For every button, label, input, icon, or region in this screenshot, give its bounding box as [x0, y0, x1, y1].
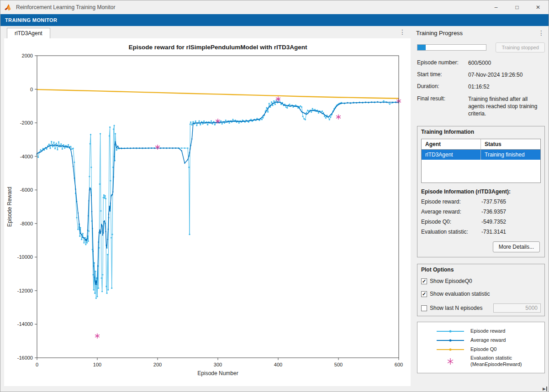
svg-text:400: 400	[274, 362, 282, 367]
episode-information-title: Episode Information (rlTD3Agent):	[417, 183, 544, 197]
y-axis-label: Episode Reward	[6, 187, 13, 227]
progress-fields: Episode number: 600/5000 Start time: 07-…	[414, 57, 548, 120]
stat-value: -736.9357	[481, 209, 506, 215]
episode-reward-line-swatch	[437, 331, 464, 332]
cell-status: Training finished	[481, 150, 540, 160]
svg-text:-4000: -4000	[20, 154, 33, 159]
stat-average-reward: Average reward: -736.9357	[417, 207, 544, 217]
stat-label: Episode Q0:	[421, 219, 481, 225]
svg-text:200: 200	[153, 362, 162, 367]
svg-text:100: 100	[93, 362, 101, 367]
field-value: 01:16:52	[468, 83, 545, 90]
plot-options-title: Plot Options	[417, 264, 544, 275]
stat-episode-reward: Episode reward: -737.5765	[417, 197, 544, 207]
svg-text:-10000: -10000	[17, 254, 33, 260]
field-episode-number: Episode number: 600/5000	[414, 57, 548, 69]
minimize-button[interactable]: –	[486, 0, 507, 14]
field-value: 07-Nov-2024 19:26:50	[468, 71, 545, 78]
window-title: Reinforcement Learning Training Monitor	[16, 4, 486, 10]
legend-episode-reward: Episode reward	[417, 327, 544, 336]
maximize-button[interactable]: □	[507, 0, 528, 14]
training-information-title: Training Information	[417, 126, 544, 137]
show-last-n-episodes-checkbox[interactable]	[421, 305, 427, 311]
svg-text:-2000: -2000	[20, 120, 33, 125]
field-label: Duration:	[417, 83, 468, 90]
field-label: Final result:	[417, 95, 468, 118]
svg-text:-6000: -6000	[20, 187, 33, 193]
toolstrip: TRAINING MONITOR	[0, 14, 549, 26]
training-progress-bar	[417, 44, 486, 51]
matlab-logo-icon	[4, 4, 12, 11]
field-final-result: Final result: Training finished after al…	[414, 93, 548, 120]
table-row-rltd3agent[interactable]: rlTD3Agent Training finished	[422, 150, 540, 160]
dock-arrow-icon[interactable]: ▶	[543, 387, 547, 391]
field-value: Training finished after all agents reach…	[468, 95, 545, 118]
option-show-evaluation-statistic[interactable]: ✓ Show evaluation statistic	[417, 287, 544, 300]
stat-label: Evaluation statistic:	[421, 229, 481, 235]
legend-label: Evaluation statistic (MeanEpisodeReward)	[470, 355, 522, 368]
stat-value: -737.5765	[481, 199, 506, 205]
option-show-episodeq0[interactable]: ✓ Show EpisodeQ0	[417, 275, 544, 287]
show-episodeq0-checkbox[interactable]: ✓	[421, 278, 427, 284]
last-n-episodes-input[interactable]	[493, 303, 541, 313]
field-start-time: Start time: 07-Nov-2024 19:26:50	[414, 69, 548, 81]
stat-evaluation-statistic: Evaluation statistic: -731.3141	[417, 227, 544, 237]
progress-row: Training stopped	[417, 42, 545, 52]
x-axis-label: Episode Number	[197, 370, 238, 376]
tab-actions-menu-icon[interactable]: ⋮	[399, 28, 406, 36]
training-information-panel: Training Information Agent Status rlTD3A…	[417, 126, 545, 257]
training-progress-title: Training Progress	[416, 30, 463, 37]
training-progress-header: Training Progress ⋮	[414, 27, 548, 39]
legend-label: Episode Q0	[470, 346, 496, 353]
legend-evaluation-statistic: Evaluation statistic (MeanEpisodeReward)	[417, 354, 544, 369]
stat-episode-q0: Episode Q0: -549.7352	[417, 217, 544, 227]
field-label: Start time:	[417, 71, 468, 78]
option-label: Show evaluation statistic	[430, 291, 490, 297]
panel-actions-menu-icon[interactable]: ⋮	[538, 29, 545, 37]
legend-episode-q0: Episode Q0	[417, 345, 544, 354]
close-button[interactable]: ✕	[528, 0, 549, 14]
svg-text:500: 500	[334, 362, 343, 367]
evaluation-asterisk-swatch	[447, 358, 454, 365]
svg-text:-12000: -12000	[17, 288, 33, 293]
table-header-row: Agent Status	[422, 139, 540, 150]
agent-status-table: Agent Status rlTD3Agent Training finishe…	[421, 139, 541, 183]
option-label: Show last N episodes	[430, 305, 482, 311]
training-stopped-button[interactable]: Training stopped	[496, 42, 545, 52]
chart-title: Episode reward for rlSimplePendulumModel…	[129, 44, 307, 51]
title-bar: Reinforcement Learning Training Monitor …	[0, 0, 549, 14]
svg-text:0: 0	[36, 362, 38, 367]
field-duration: Duration: 01:16:52	[414, 81, 548, 93]
plot-options-panel: Plot Options ✓ Show EpisodeQ0 ✓ Show eva…	[417, 264, 545, 316]
chart-panel: rlTD3Agent ⋮ 010020030040050060020000-20…	[4, 27, 411, 386]
episode-q0-line-swatch	[437, 349, 464, 350]
stat-value: -731.3141	[481, 229, 506, 235]
chart-legend: Episode reward Average reward Episode Q0…	[417, 322, 545, 373]
training-progress-fill	[417, 45, 426, 50]
document-tab-bar: rlTD3Agent ⋮	[4, 27, 411, 38]
tab-rltd3agent[interactable]: rlTD3Agent	[7, 28, 50, 38]
column-header-agent: Agent	[422, 139, 481, 149]
column-header-status: Status	[481, 139, 540, 149]
svg-text:600: 600	[395, 362, 403, 367]
more-details-button[interactable]: More Details...	[493, 241, 540, 252]
stat-label: Average reward:	[421, 209, 481, 215]
field-value: 600/5000	[468, 59, 545, 67]
average-reward-line-swatch	[437, 340, 464, 341]
reward-chart-canvas: 010020030040050060020000-2000-4000-6000-…	[4, 38, 411, 386]
svg-text:2000: 2000	[22, 53, 33, 58]
show-evaluation-statistic-checkbox[interactable]: ✓	[421, 291, 427, 297]
cell-agent: rlTD3Agent	[422, 150, 481, 160]
legend-average-reward: Average reward	[417, 336, 544, 345]
training-progress-panel: Training Progress ⋮ Training stopped Epi…	[414, 27, 548, 387]
legend-label: Episode reward	[470, 328, 505, 335]
svg-text:300: 300	[214, 362, 222, 367]
svg-text:-16000: -16000	[17, 355, 33, 361]
tab-training-monitor[interactable]: TRAINING MONITOR	[5, 17, 57, 23]
svg-text:-8000: -8000	[20, 221, 33, 226]
legend-label: Average reward	[470, 337, 506, 344]
stat-value: -549.7352	[481, 219, 506, 225]
option-show-last-n-episodes[interactable]: Show last N episodes	[417, 300, 544, 316]
stat-label: Episode reward:	[421, 199, 481, 205]
svg-text:-14000: -14000	[17, 321, 33, 327]
